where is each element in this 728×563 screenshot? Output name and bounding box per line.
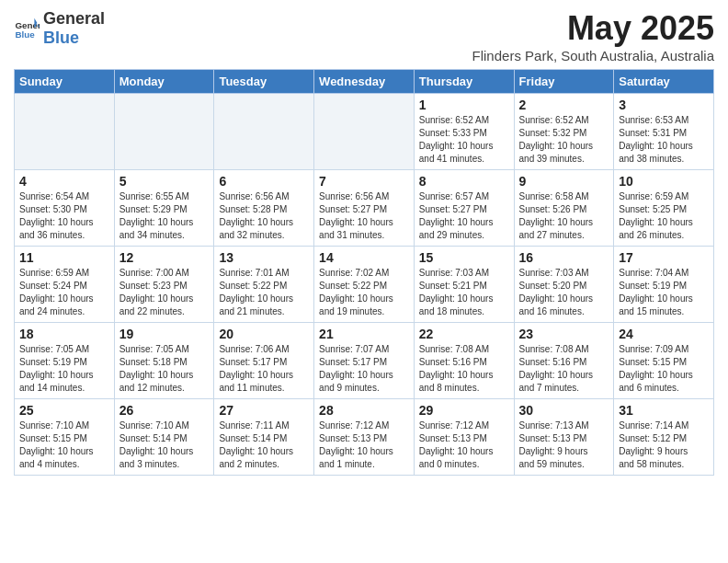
day-number: 12	[119, 250, 210, 265]
day-info: Sunrise: 7:08 AMSunset: 5:16 PMDaylight:…	[519, 343, 609, 395]
table-row: 4Sunrise: 6:54 AMSunset: 5:30 PMDaylight…	[15, 170, 115, 247]
table-row	[15, 94, 115, 170]
col-tuesday: Tuesday	[214, 70, 314, 94]
day-number: 3	[619, 98, 709, 112]
table-row: 28Sunrise: 7:12 AMSunset: 5:13 PMDayligh…	[314, 399, 415, 476]
col-monday: Monday	[114, 70, 214, 94]
day-number: 5	[119, 174, 210, 189]
calendar-row: 25Sunrise: 7:10 AMSunset: 5:15 PMDayligh…	[15, 399, 714, 476]
day-info: Sunrise: 7:10 AMSunset: 5:15 PMDaylight:…	[19, 419, 109, 471]
table-row: 31Sunrise: 7:14 AMSunset: 5:12 PMDayligh…	[614, 399, 714, 476]
day-info: Sunrise: 7:06 AMSunset: 5:17 PMDaylight:…	[219, 343, 309, 395]
day-number: 4	[19, 174, 109, 189]
month-title: May 2025	[472, 9, 714, 48]
day-number: 23	[519, 327, 609, 341]
table-row: 18Sunrise: 7:05 AMSunset: 5:19 PMDayligh…	[15, 323, 115, 399]
logo: General Blue General Blue	[14, 9, 105, 48]
day-number: 13	[219, 250, 309, 265]
day-info: Sunrise: 7:13 AMSunset: 5:13 PMDaylight:…	[519, 419, 609, 471]
logo-text: General Blue	[43, 9, 105, 48]
table-row: 9Sunrise: 6:58 AMSunset: 5:26 PMDaylight…	[514, 170, 614, 247]
day-info: Sunrise: 7:09 AMSunset: 5:15 PMDaylight:…	[619, 343, 709, 395]
table-row	[214, 94, 314, 170]
table-row: 11Sunrise: 6:59 AMSunset: 5:24 PMDayligh…	[15, 247, 115, 323]
table-row	[314, 94, 415, 170]
calendar-table: Sunday Monday Tuesday Wednesday Thursday…	[14, 69, 714, 476]
table-row: 2Sunrise: 6:52 AMSunset: 5:32 PMDaylight…	[514, 94, 614, 170]
logo-icon: General Blue	[14, 16, 40, 41]
col-friday: Friday	[514, 70, 614, 94]
col-thursday: Thursday	[414, 70, 514, 94]
day-number: 30	[519, 403, 609, 418]
table-row: 19Sunrise: 7:05 AMSunset: 5:18 PMDayligh…	[114, 323, 214, 399]
day-info: Sunrise: 6:52 AMSunset: 5:32 PMDaylight:…	[519, 114, 609, 166]
day-number: 28	[319, 403, 409, 418]
day-number: 31	[619, 403, 709, 418]
day-number: 20	[219, 327, 309, 341]
day-info: Sunrise: 6:55 AMSunset: 5:29 PMDaylight:…	[119, 190, 210, 242]
day-number: 17	[619, 250, 709, 265]
day-info: Sunrise: 7:05 AMSunset: 5:19 PMDaylight:…	[19, 343, 109, 395]
day-number: 2	[519, 98, 609, 112]
day-number: 21	[319, 327, 409, 341]
day-number: 29	[419, 403, 509, 418]
day-number: 15	[419, 250, 509, 265]
table-row: 3Sunrise: 6:53 AMSunset: 5:31 PMDaylight…	[614, 94, 714, 170]
table-row: 20Sunrise: 7:06 AMSunset: 5:17 PMDayligh…	[214, 323, 314, 399]
day-info: Sunrise: 6:56 AMSunset: 5:27 PMDaylight:…	[319, 190, 409, 242]
day-number: 27	[219, 403, 309, 418]
day-info: Sunrise: 7:04 AMSunset: 5:19 PMDaylight:…	[619, 267, 709, 318]
logo-blue: Blue	[43, 29, 105, 48]
table-row: 24Sunrise: 7:09 AMSunset: 5:15 PMDayligh…	[614, 323, 714, 399]
day-info: Sunrise: 7:03 AMSunset: 5:21 PMDaylight:…	[419, 267, 509, 318]
table-row: 13Sunrise: 7:01 AMSunset: 5:22 PMDayligh…	[214, 247, 314, 323]
table-row: 30Sunrise: 7:13 AMSunset: 5:13 PMDayligh…	[514, 399, 614, 476]
table-row: 17Sunrise: 7:04 AMSunset: 5:19 PMDayligh…	[614, 247, 714, 323]
day-number: 6	[219, 174, 309, 189]
day-info: Sunrise: 7:14 AMSunset: 5:12 PMDaylight:…	[619, 419, 709, 471]
day-number: 22	[419, 327, 509, 341]
day-info: Sunrise: 7:05 AMSunset: 5:18 PMDaylight:…	[119, 343, 210, 395]
day-number: 9	[519, 174, 609, 189]
day-number: 25	[19, 403, 109, 418]
table-row: 16Sunrise: 7:03 AMSunset: 5:20 PMDayligh…	[514, 247, 614, 323]
col-wednesday: Wednesday	[314, 70, 415, 94]
day-info: Sunrise: 6:58 AMSunset: 5:26 PMDaylight:…	[519, 190, 609, 242]
day-info: Sunrise: 7:01 AMSunset: 5:22 PMDaylight:…	[219, 267, 309, 318]
day-info: Sunrise: 7:00 AMSunset: 5:23 PMDaylight:…	[119, 267, 210, 318]
table-row: 22Sunrise: 7:08 AMSunset: 5:16 PMDayligh…	[414, 323, 514, 399]
day-info: Sunrise: 7:11 AMSunset: 5:14 PMDaylight:…	[219, 419, 309, 471]
table-row: 23Sunrise: 7:08 AMSunset: 5:16 PMDayligh…	[514, 323, 614, 399]
day-info: Sunrise: 7:07 AMSunset: 5:17 PMDaylight:…	[319, 343, 409, 395]
day-number: 18	[19, 327, 109, 341]
day-number: 24	[619, 327, 709, 341]
table-row: 25Sunrise: 7:10 AMSunset: 5:15 PMDayligh…	[15, 399, 115, 476]
table-row: 10Sunrise: 6:59 AMSunset: 5:25 PMDayligh…	[614, 170, 714, 247]
day-number: 14	[319, 250, 409, 265]
day-info: Sunrise: 6:53 AMSunset: 5:31 PMDaylight:…	[619, 114, 709, 166]
logo-general: General	[43, 9, 105, 29]
table-row: 27Sunrise: 7:11 AMSunset: 5:14 PMDayligh…	[214, 399, 314, 476]
day-number: 10	[619, 174, 709, 189]
day-info: Sunrise: 7:03 AMSunset: 5:20 PMDaylight:…	[519, 267, 609, 318]
table-row: 15Sunrise: 7:03 AMSunset: 5:21 PMDayligh…	[414, 247, 514, 323]
svg-text:Blue: Blue	[15, 29, 35, 40]
day-info: Sunrise: 7:08 AMSunset: 5:16 PMDaylight:…	[419, 343, 509, 395]
calendar-header-row: Sunday Monday Tuesday Wednesday Thursday…	[15, 70, 714, 94]
table-row: 14Sunrise: 7:02 AMSunset: 5:22 PMDayligh…	[314, 247, 415, 323]
title-block: May 2025 Flinders Park, South Australia,…	[472, 9, 714, 63]
table-row: 26Sunrise: 7:10 AMSunset: 5:14 PMDayligh…	[114, 399, 214, 476]
day-number: 26	[119, 403, 210, 418]
table-row: 8Sunrise: 6:57 AMSunset: 5:27 PMDaylight…	[414, 170, 514, 247]
day-info: Sunrise: 7:10 AMSunset: 5:14 PMDaylight:…	[119, 419, 210, 471]
day-info: Sunrise: 6:52 AMSunset: 5:33 PMDaylight:…	[419, 114, 509, 166]
day-number: 7	[319, 174, 409, 189]
day-number: 1	[419, 98, 509, 112]
table-row: 12Sunrise: 7:00 AMSunset: 5:23 PMDayligh…	[114, 247, 214, 323]
day-number: 19	[119, 327, 210, 341]
day-info: Sunrise: 6:57 AMSunset: 5:27 PMDaylight:…	[419, 190, 509, 242]
day-info: Sunrise: 7:12 AMSunset: 5:13 PMDaylight:…	[419, 419, 509, 471]
col-saturday: Saturday	[614, 70, 714, 94]
day-info: Sunrise: 7:02 AMSunset: 5:22 PMDaylight:…	[319, 267, 409, 318]
day-number: 11	[19, 250, 109, 265]
